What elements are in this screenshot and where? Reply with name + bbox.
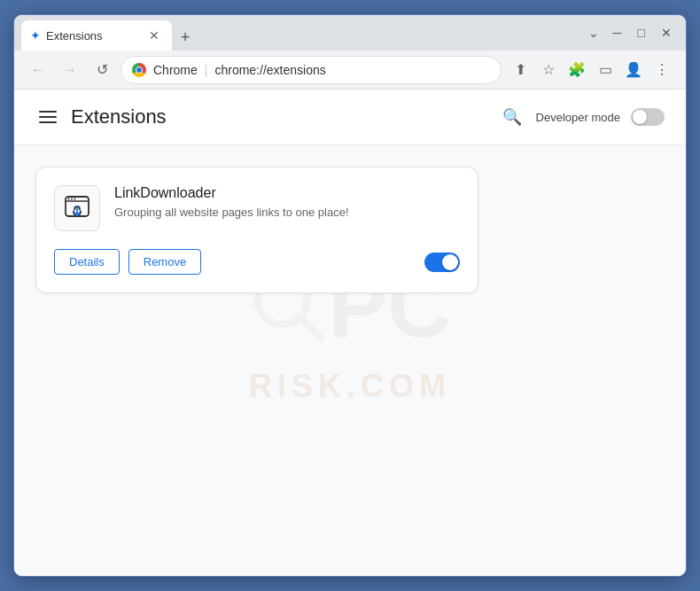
hamburger-line-3 xyxy=(39,121,57,123)
watermark-risk-text: RISK.COM xyxy=(249,368,451,405)
reload-icon: ↺ xyxy=(97,61,108,78)
tab-chevron-button[interactable]: ⌄ xyxy=(583,19,604,46)
link-downloader-svg-icon xyxy=(63,194,91,222)
dots-menu-icon: ⋮ xyxy=(655,61,669,78)
search-icon: 🔍 xyxy=(502,108,522,126)
extension-description: Grouping all website pages links to one … xyxy=(114,205,460,221)
puzzle-icon: 🧩 xyxy=(568,61,586,78)
minimize-button[interactable]: ─ xyxy=(606,19,629,46)
share-icon: ⬆ xyxy=(515,61,526,78)
browser-toolbar: ← → ↺ Chrome | chrome://extensions ⬆ ☆ 🧩 xyxy=(14,51,686,89)
svg-line-1 xyxy=(300,317,322,338)
hamburger-menu-button[interactable] xyxy=(35,107,60,127)
sidebar-icon: ▭ xyxy=(599,61,612,78)
new-tab-button[interactable]: + xyxy=(172,24,198,51)
developer-mode-toggle[interactable] xyxy=(631,108,665,126)
card-top: LinkDownloader Grouping all website page… xyxy=(54,185,460,231)
window-controls: ⌄ ─ □ ✕ xyxy=(583,19,679,46)
extension-info: LinkDownloader Grouping all website page… xyxy=(114,185,460,221)
card-bottom: Details Remove xyxy=(54,249,460,275)
extensions-body: LinkDownloader Grouping all website page… xyxy=(14,145,686,315)
page-content: PC RISK.COM Extensions 🔍 Developer mode xyxy=(14,89,686,576)
forward-icon: → xyxy=(63,62,77,78)
extensions-header: Extensions 🔍 Developer mode xyxy=(14,89,686,145)
extension-name: LinkDownloader xyxy=(114,185,460,201)
tab-close-button[interactable]: ✕ xyxy=(145,27,163,44)
address-bar[interactable]: Chrome | chrome://extensions xyxy=(121,56,502,84)
page-title: Extensions xyxy=(71,105,167,128)
maximize-button[interactable]: □ xyxy=(631,19,652,46)
sidebar-button[interactable]: ▭ xyxy=(592,57,618,83)
hamburger-line-2 xyxy=(39,116,57,118)
developer-mode-label: Developer mode xyxy=(536,111,620,124)
browser-name-text: Chrome xyxy=(153,63,198,77)
profile-button[interactable]: 👤 xyxy=(620,57,647,83)
browser-window: ✦ Extensions ✕ + ⌄ ─ □ ✕ ← → ↺ Chrome | … xyxy=(13,14,687,577)
header-right: 🔍 Developer mode xyxy=(499,104,665,130)
share-button[interactable]: ⬆ xyxy=(507,57,533,83)
close-button[interactable]: ✕ xyxy=(654,19,679,46)
extension-enable-toggle[interactable] xyxy=(424,253,460,272)
tab-strip: ✦ Extensions ✕ + xyxy=(21,15,579,51)
svg-point-5 xyxy=(71,198,73,200)
reload-button[interactable]: ↺ xyxy=(89,57,115,83)
extension-icon xyxy=(54,185,100,231)
bookmark-button[interactable]: ☆ xyxy=(535,57,562,83)
forward-button[interactable]: → xyxy=(57,57,83,83)
search-button[interactable]: 🔍 xyxy=(499,104,525,130)
hamburger-line-1 xyxy=(39,111,57,113)
toolbar-actions: ⬆ ☆ 🧩 ▭ 👤 ⋮ xyxy=(507,57,675,83)
address-text: chrome://extensions xyxy=(214,63,325,77)
svg-point-4 xyxy=(68,198,70,200)
back-button[interactable]: ← xyxy=(25,57,51,83)
back-icon: ← xyxy=(31,62,45,78)
svg-point-6 xyxy=(74,198,76,200)
active-tab[interactable]: ✦ Extensions ✕ xyxy=(21,20,172,51)
menu-button[interactable]: ⋮ xyxy=(649,57,675,83)
address-divider: | xyxy=(205,63,208,77)
extensions-button[interactable]: 🧩 xyxy=(564,57,590,83)
star-icon: ☆ xyxy=(542,61,555,78)
profile-icon: 👤 xyxy=(625,61,642,78)
title-bar: ✦ Extensions ✕ + ⌄ ─ □ ✕ xyxy=(14,15,686,51)
details-button[interactable]: Details xyxy=(54,249,120,275)
extension-card: LinkDownloader Grouping all website page… xyxy=(35,167,478,293)
remove-button[interactable]: Remove xyxy=(128,249,201,275)
tab-title: Extensions xyxy=(46,29,103,43)
tab-puzzle-icon: ✦ xyxy=(30,28,41,43)
chrome-logo-icon xyxy=(132,63,146,77)
